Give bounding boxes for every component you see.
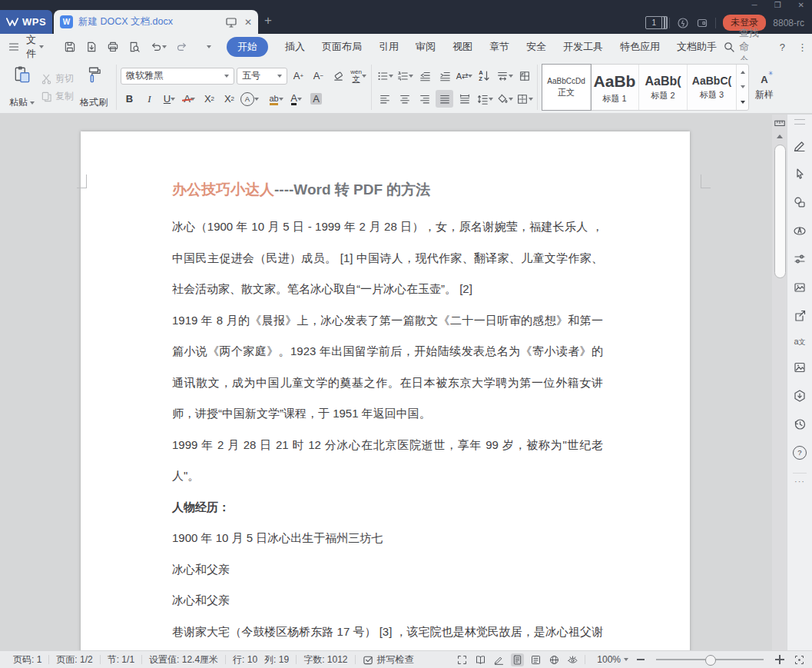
annotate-pen-icon[interactable] [793,138,807,152]
help-button[interactable]: ? [780,42,785,53]
line-spacing-button[interactable] [476,90,493,108]
italic-button[interactable]: I [141,90,158,108]
close-button[interactable]: ✕ [798,1,804,9]
scroll-up-icon[interactable] [777,135,783,138]
style-heading1[interactable]: AaBb 标题 1 [591,65,639,110]
strikethrough-button[interactable]: A [181,90,198,108]
font-color-button[interactable]: A [287,90,305,108]
more-menu-button[interactable]: ⋮ [797,42,807,53]
document-page[interactable]: 办公技巧小达人----Word 转 PDF 的方法 冰心（1900 年 10 月… [81,131,690,650]
shapes-icon[interactable] [793,195,807,209]
minimize-button[interactable]: ─ [752,1,757,9]
character-shading-button[interactable]: A [307,90,325,108]
tab-review[interactable]: 审阅 [416,40,436,54]
style-heading2[interactable]: AaBb( 标题 2 [639,65,688,110]
undo-caret-icon[interactable] [162,45,167,48]
decrease-indent-button[interactable] [416,67,433,85]
workspace-icon[interactable] [696,17,708,29]
outline-view-button[interactable] [529,653,542,666]
distribute-button[interactable] [456,90,473,108]
pinyin-guide-button[interactable]: wén文 [350,67,367,85]
image-icon[interactable] [793,361,807,374]
eye-protection-button[interactable] [566,653,579,666]
share-icon[interactable] [793,309,807,323]
zoom-level[interactable]: 100% [597,654,628,665]
styles-scroll-down-icon[interactable] [741,85,745,88]
status-page-count[interactable]: 页面: 1/2 [49,653,99,666]
zoom-slider-knob[interactable] [705,655,716,666]
paste-button[interactable]: 粘贴 [5,63,39,111]
translate-icon[interactable]: a文 [794,337,805,346]
wps-logo[interactable]: WPS [0,10,52,34]
character-scaling-button[interactable]: A ⇄ [456,67,473,85]
status-section[interactable]: 节: 1/1 [101,653,141,666]
properties-sliders-icon[interactable] [793,252,807,266]
sidebar-handle-icon[interactable] [794,119,805,125]
read-mode-button[interactable] [474,653,487,666]
cut-button[interactable]: 剪切 [41,72,74,85]
zoom-out-button[interactable] [637,659,645,660]
increase-font-button[interactable]: A+ [290,67,307,85]
maximize-button[interactable]: ❐ [774,1,781,9]
history-icon[interactable] [793,417,807,431]
zoom-slider[interactable] [656,659,764,660]
spellcheck-button[interactable]: 拼写检查 [356,653,421,666]
style-normal[interactable]: AaBbCcDd 正文 [542,65,591,110]
page-view-button[interactable] [511,653,524,666]
save-button[interactable] [62,39,78,55]
character-border-button[interactable]: A [240,90,259,108]
export-pdf-button[interactable] [84,39,99,55]
help-circle-icon[interactable]: ? [793,446,807,460]
new-style-button[interactable]: A✳ 新样 [749,63,780,111]
increase-indent-button[interactable] [436,67,453,85]
select-cursor-icon[interactable] [793,167,807,181]
tab-security[interactable]: 安全 [526,40,546,54]
tab-section[interactable]: 章节 [489,40,509,54]
tab-home[interactable]: 开始 [227,37,268,57]
underline-button[interactable]: U [161,90,178,108]
fullscreen-button[interactable] [456,653,469,666]
justify-button[interactable] [436,90,453,108]
tab-special-apps[interactable]: 特色应用 [620,40,660,54]
tab-references[interactable]: 引用 [379,40,399,54]
styles-expand-icon[interactable] [741,101,745,104]
document-area[interactable]: 办公技巧小达人----Word 转 PDF 的方法 冰心（1900 年 10 月… [0,115,787,650]
status-page-number[interactable]: 页码: 1 [6,653,48,666]
tab-view[interactable]: 视图 [452,40,472,54]
superscript-button[interactable]: X2 [201,90,218,108]
hamburger-icon[interactable] [8,41,20,53]
tab-insert[interactable]: 插入 [285,40,305,54]
ink-mode-button[interactable] [492,653,505,666]
web-view-button[interactable] [548,653,561,666]
bullet-list-button[interactable] [376,67,393,85]
fit-page-button[interactable] [793,653,806,666]
quickbar-more-icon[interactable] [207,45,211,48]
tab-doc-assistant[interactable]: 文档助手 [677,40,717,54]
document-tab[interactable]: W 新建 DOCX 文档.docx ✕ [54,10,258,34]
zoom-in-button[interactable] [775,655,784,664]
highlight-color-button[interactable]: ab [267,90,285,108]
styles-scroll-up-icon[interactable] [741,71,745,74]
wordart-icon[interactable] [793,224,807,238]
align-left-button[interactable] [376,90,393,108]
insert-table-button[interactable] [515,67,533,85]
font-name-select[interactable]: 微软雅黑 [121,68,234,85]
print-preview-button[interactable] [127,39,142,55]
align-right-button[interactable] [416,90,433,108]
tab-close-icon[interactable]: ✕ [244,17,252,28]
sort-button[interactable]: A Z [476,67,493,85]
scrollbar-thumb[interactable] [774,145,786,278]
decrease-font-button[interactable]: A− [310,67,327,85]
ruler-toggle-icon[interactable] [774,118,786,128]
app-download-icon[interactable] [793,389,807,403]
status-setting-value[interactable]: 设置值: 12.4厘米 [142,653,225,666]
subscript-button[interactable]: X2 [220,90,238,108]
sidebar-more-icon[interactable]: ··· [794,477,805,486]
undo-button[interactable] [148,39,168,55]
copy-button[interactable]: 复制 [41,90,74,103]
document-body[interactable]: 冰心（1900 年 10 月 5 日 - 1999 年 2 月 28 日），女，… [172,211,603,650]
borders-button[interactable] [515,90,533,108]
shading-button[interactable] [495,90,513,108]
format-painter-button[interactable]: 格式刷 [75,63,112,111]
tab-developer[interactable]: 开发工具 [563,40,603,54]
